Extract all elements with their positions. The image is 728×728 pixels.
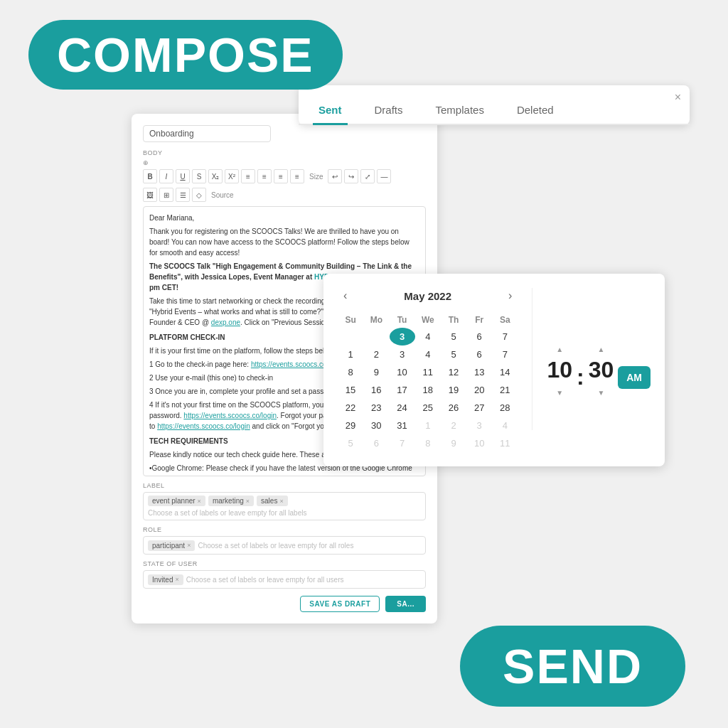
cal-day[interactable]: 22 <box>338 399 363 417</box>
cal-day[interactable]: 2 <box>363 346 389 363</box>
align-center-button[interactable]: ≡ <box>257 169 272 183</box>
tab-sent[interactable]: Sent <box>313 97 348 125</box>
greeting-text: Dear Mariana, <box>149 213 419 223</box>
undo-button[interactable]: ↩ <box>328 169 342 183</box>
strikethrough-button[interactable]: S <box>192 169 206 183</box>
superscript-button[interactable]: X² <box>225 169 239 183</box>
cal-day-other[interactable]: 9 <box>441 434 466 452</box>
send-small-button[interactable]: SA... <box>385 596 426 612</box>
cal-day[interactable]: 5 <box>441 346 466 363</box>
remove-marketing-icon[interactable]: × <box>246 498 250 505</box>
month-year-label: May 2022 <box>404 290 451 302</box>
cal-day[interactable]: 11 <box>415 363 441 381</box>
cal-day[interactable]: 24 <box>390 399 415 417</box>
fullscreen-button[interactable]: ⤢ <box>360 169 375 183</box>
cal-day-other[interactable]: 4 <box>492 417 518 434</box>
cal-day[interactable]: 19 <box>441 381 466 399</box>
cal-day[interactable]: 4 <box>415 328 441 346</box>
tab-templates[interactable]: Templates <box>430 97 490 125</box>
cal-day[interactable]: 27 <box>466 399 492 417</box>
role-tag-group[interactable]: participant × Choose a set of labels or … <box>143 536 426 555</box>
cal-day[interactable]: 23 <box>363 399 389 417</box>
minute-down-button[interactable] <box>597 386 604 397</box>
cal-day[interactable]: 16 <box>363 381 389 399</box>
cal-day-other[interactable]: 8 <box>415 434 441 452</box>
cal-day[interactable]: 12 <box>441 363 466 381</box>
redo-button[interactable]: ↪ <box>344 169 358 183</box>
remove-participant-icon[interactable]: × <box>187 542 191 549</box>
align-left-button[interactable]: ≡ <box>241 169 255 183</box>
cal-day[interactable]: 28 <box>492 399 518 417</box>
login-link2[interactable]: https://events.scoocs.co/login <box>157 422 250 430</box>
cal-day[interactable]: 7 <box>492 328 518 346</box>
cal-day[interactable]: 3 <box>390 346 415 363</box>
cal-day[interactable]: 17 <box>390 381 415 399</box>
cal-day[interactable]: 7 <box>492 346 518 363</box>
cal-day[interactable]: 25 <box>415 399 441 417</box>
minus-button[interactable]: — <box>377 169 391 183</box>
cal-day[interactable]: 10 <box>390 363 415 381</box>
send-button[interactable]: SEND <box>460 626 685 707</box>
dexp-link[interactable]: dexp.one <box>211 318 240 326</box>
compose-button[interactable]: COMPOSE <box>28 20 343 90</box>
remove-sales-icon[interactable]: × <box>279 498 283 505</box>
cal-day[interactable]: 9 <box>363 363 389 381</box>
cal-day-other[interactable]: 5 <box>338 434 363 452</box>
remove-event-planner-icon[interactable]: × <box>198 498 201 505</box>
save-draft-button[interactable]: SAVE AS DRAFT <box>300 596 380 612</box>
cal-day-other[interactable]: 3 <box>466 417 492 434</box>
next-month-button[interactable]: › <box>503 288 518 304</box>
cal-day[interactable] <box>338 328 363 346</box>
bold-button[interactable]: B <box>143 169 157 183</box>
prev-month-button[interactable]: ‹ <box>338 288 353 304</box>
cal-day[interactable]: 5 <box>441 328 466 346</box>
cal-day[interactable]: 13 <box>466 363 492 381</box>
cal-day[interactable]: 6 <box>466 346 492 363</box>
cal-day-today[interactable]: 3 <box>390 328 415 346</box>
cal-day[interactable] <box>363 328 389 346</box>
label-tag-group[interactable]: event planner × marketing × sales × Choo… <box>143 492 426 520</box>
subject-input[interactable] <box>143 125 271 142</box>
cal-day[interactable]: 30 <box>363 417 389 434</box>
cal-day[interactable]: 8 <box>338 363 363 381</box>
cal-day[interactable]: 29 <box>338 417 363 434</box>
cal-day[interactable]: 20 <box>466 381 492 399</box>
ampm-button[interactable]: AM <box>618 366 651 389</box>
remove-invited-icon[interactable]: × <box>175 576 178 583</box>
hour-up-button[interactable] <box>556 343 563 354</box>
table-button[interactable]: ⊞ <box>159 188 173 202</box>
subscript-button[interactable]: X₂ <box>208 169 223 183</box>
cal-day-other[interactable]: 11 <box>492 434 518 452</box>
cal-day[interactable]: 6 <box>466 328 492 346</box>
cal-day[interactable]: 26 <box>441 399 466 417</box>
cal-day[interactable]: 31 <box>390 417 415 434</box>
tab-deleted[interactable]: Deleted <box>511 97 560 125</box>
italic-button[interactable]: I <box>159 169 173 183</box>
hour-down-button[interactable] <box>556 386 563 397</box>
list-button[interactable]: ☰ <box>176 188 190 202</box>
cal-day-other[interactable]: 10 <box>466 434 492 452</box>
time-picker: 10 : 30 AM <box>547 288 651 452</box>
chrome-link[interactable]: www.whatismybrowser.com/guides/the-lates… <box>168 475 360 476</box>
source-button[interactable]: ◇ <box>192 188 206 202</box>
align-justify-button[interactable]: ≡ <box>290 169 304 183</box>
tab-drafts[interactable]: Drafts <box>369 97 409 125</box>
close-icon[interactable]: × <box>675 91 681 104</box>
image-button[interactable]: 🖼 <box>143 188 157 202</box>
underline-button[interactable]: U <box>176 169 190 183</box>
align-right-button[interactable]: ≡ <box>274 169 288 183</box>
cal-day[interactable]: 15 <box>338 381 363 399</box>
cal-day[interactable]: 21 <box>492 381 518 399</box>
state-tag-group[interactable]: Invited × Choose a set of labels or leav… <box>143 570 426 589</box>
cal-day-other[interactable]: 2 <box>441 417 466 434</box>
cal-day-other[interactable]: 1 <box>415 417 441 434</box>
login-link[interactable]: https://events.scoocs.co/login <box>183 412 277 419</box>
cal-day[interactable]: 18 <box>415 381 441 399</box>
cal-day-other[interactable]: 7 <box>390 434 415 452</box>
cal-day-other[interactable]: 6 <box>363 434 389 452</box>
cal-day[interactable]: 14 <box>492 363 518 381</box>
minute-up-button[interactable] <box>597 343 604 354</box>
cal-day[interactable]: 4 <box>415 346 441 363</box>
cal-week-5: 22 23 24 25 26 27 28 <box>338 399 518 417</box>
cal-day[interactable]: 1 <box>338 346 363 363</box>
